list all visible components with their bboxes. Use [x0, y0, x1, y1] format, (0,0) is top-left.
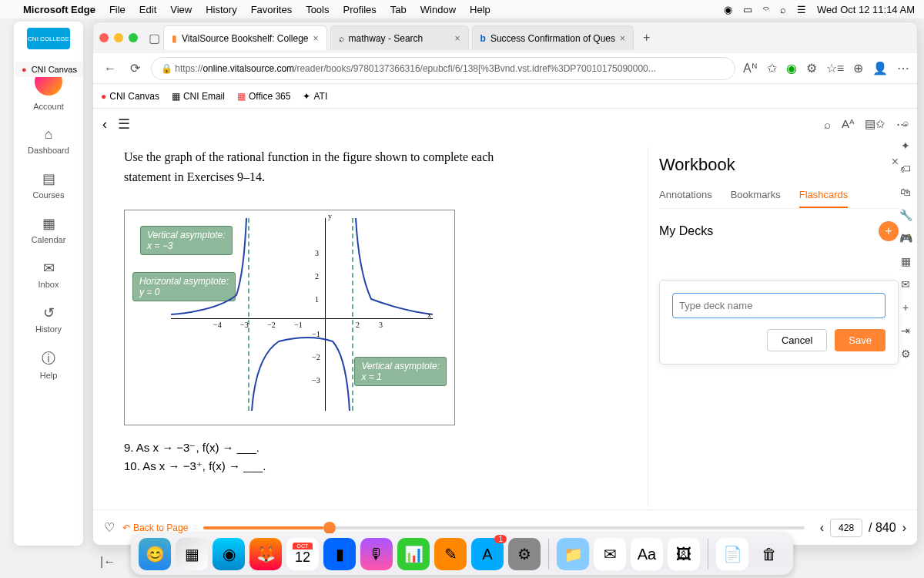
dictionary-icon[interactable]: Aa	[631, 538, 663, 570]
cancel-button[interactable]: Cancel	[767, 329, 827, 351]
close-window-icon[interactable]	[99, 33, 109, 42]
settings-dock-icon[interactable]: ⚙	[508, 538, 541, 570]
keynote-icon[interactable]: ▮	[323, 538, 356, 570]
address-bar[interactable]: 🔒 https://online.vitalsource.com/reader/…	[151, 57, 735, 80]
save-button[interactable]: Save	[835, 329, 886, 351]
menu-view[interactable]: View	[170, 4, 192, 15]
menu-tab[interactable]: Tab	[390, 4, 407, 15]
window-controls[interactable]	[99, 33, 138, 42]
tools-sidebar-icon[interactable]: 🔧	[899, 209, 912, 221]
control-center-icon[interactable]: ☰	[797, 4, 806, 15]
extensions-icon[interactable]: ⚙	[806, 61, 817, 76]
tag-sidebar-icon[interactable]: 🏷	[900, 163, 911, 175]
document-stack-icon[interactable]: 📄	[716, 538, 748, 570]
close-tab-icon[interactable]: ×	[455, 33, 460, 44]
launchpad-icon[interactable]: ▦	[176, 538, 208, 570]
page-number-input[interactable]: 428	[830, 519, 862, 537]
tab-annotations[interactable]: Annotations	[659, 189, 712, 208]
bookmark-cni-email[interactable]: ▦CNI Email	[172, 91, 225, 102]
close-tab-icon[interactable]: ×	[313, 33, 319, 44]
bookmark-reader-icon[interactable]: ▤✩	[865, 117, 886, 131]
games-sidebar-icon[interactable]: 🎮	[899, 232, 912, 244]
back-button[interactable]: ←	[101, 59, 119, 79]
preview-icon[interactable]: 🖼	[668, 538, 700, 570]
maximize-window-icon[interactable]	[129, 33, 138, 42]
read-aloud-icon[interactable]: Aᴺ	[743, 61, 758, 76]
close-tab-icon[interactable]: ×	[620, 33, 625, 44]
toc-menu-icon[interactable]: ☰	[118, 116, 130, 133]
bookmark-outline-icon[interactable]: ♡	[104, 520, 115, 535]
bookmark-ati[interactable]: ✦ATI	[303, 91, 327, 102]
menu-profiles[interactable]: Profiles	[343, 4, 377, 15]
office-sidebar-icon[interactable]: ▦	[901, 255, 911, 267]
minimize-window-icon[interactable]	[114, 33, 123, 42]
menu-help[interactable]: Help	[470, 4, 490, 15]
outlook-sidebar-icon[interactable]: ✉	[901, 278, 910, 291]
bookmark-office365[interactable]: ▦Office 365	[237, 91, 290, 102]
menubar-app[interactable]: Microsoft Edge	[23, 4, 95, 15]
tab-flashcards[interactable]: Flashcards	[799, 189, 849, 208]
search-sidebar-icon[interactable]: ⌕	[902, 116, 909, 129]
appstore-icon[interactable]: A1	[471, 538, 504, 570]
firefox-icon[interactable]: 🦊	[249, 538, 282, 570]
sidebar-toggle-icon[interactable]: ▢	[149, 31, 160, 45]
profile-icon[interactable]: 👤	[872, 61, 888, 76]
podcast-icon[interactable]: 🎙	[360, 538, 393, 570]
finder-icon[interactable]: 😊	[139, 538, 171, 570]
settings-sidebar-icon[interactable]: ⚙	[901, 348, 911, 360]
tab-mathway[interactable]: ⌕mathway - Search×	[330, 25, 469, 50]
edge-dock-icon[interactable]: ◉	[213, 538, 245, 570]
calendar-dock-icon[interactable]: OCT12	[286, 538, 319, 570]
grammarly-ext-icon[interactable]: ◉	[786, 61, 797, 76]
collections-icon[interactable]: ⊕	[853, 61, 863, 76]
sidebar-item-calendar[interactable]: ▦Calendar	[14, 207, 83, 252]
menu-favorites[interactable]: Favorites	[251, 4, 292, 15]
ai-sidebar-icon[interactable]: ✦	[901, 139, 910, 152]
pages-icon[interactable]: ✎	[434, 538, 467, 570]
menu-edit[interactable]: Edit	[139, 4, 156, 15]
downloads-folder-icon[interactable]: 📁	[557, 538, 589, 570]
wifi-icon[interactable]: ⌔	[763, 4, 769, 15]
refresh-button[interactable]: ⟳	[127, 58, 143, 79]
expand-sidebar-icon[interactable]: ⇥	[901, 324, 910, 337]
sidebar-item-inbox[interactable]: ✉Inbox	[14, 252, 83, 297]
sidebar-item-dashboard[interactable]: ⌂Dashboard	[14, 119, 83, 163]
prev-page-icon[interactable]: ‹	[820, 521, 824, 535]
trash-icon[interactable]: 🗑	[753, 538, 785, 570]
menu-window[interactable]: Window	[420, 4, 456, 15]
page-slider[interactable]	[203, 526, 804, 529]
back-chevron-icon[interactable]: ‹	[102, 116, 107, 133]
bookmark-cni-canvas[interactable]: ●CNI Canvas	[101, 91, 159, 102]
sidebar-item-courses[interactable]: ▤Courses	[14, 163, 83, 207]
menubar-datetime[interactable]: Wed Oct 12 11:14 AM	[817, 4, 915, 15]
tab-vitalsource[interactable]: ▮VitalSource Bookshelf: College×	[163, 25, 327, 50]
bookmarks-bar: ●CNI Canvas ▦CNI Email ▦Office 365 ✦ATI	[93, 84, 917, 109]
slider-thumb[interactable]	[323, 522, 336, 534]
numbers-icon[interactable]: 📊	[397, 538, 430, 570]
sidebar-item-help[interactable]: ⓘHelp	[14, 341, 83, 388]
collapse-nav-icon[interactable]: |←	[100, 555, 116, 569]
x-axis-label: x	[427, 311, 431, 319]
search-icon[interactable]: ⌕	[824, 118, 831, 131]
grammarly-icon[interactable]: ◉	[724, 4, 732, 15]
favorites-bar-icon[interactable]: ☆≡	[826, 61, 844, 76]
search-icon[interactable]: ⌕	[780, 4, 786, 15]
new-tab-button[interactable]: +	[637, 31, 656, 45]
battery-icon[interactable]: ▭	[743, 4, 752, 15]
next-page-icon[interactable]: ›	[902, 521, 906, 535]
back-to-page-button[interactable]: ↶Back to Page	[122, 523, 188, 533]
sidebar-item-history[interactable]: ↺History	[14, 297, 83, 341]
menu-history[interactable]: History	[206, 4, 236, 15]
shopping-sidebar-icon[interactable]: 🛍	[900, 186, 911, 198]
menu-file[interactable]: File	[109, 4, 126, 15]
plus-sidebar-icon[interactable]: +	[902, 301, 909, 314]
more-icon[interactable]: ⋯	[897, 61, 909, 76]
favorite-star-icon[interactable]: ✩	[767, 61, 777, 76]
menu-tools[interactable]: Tools	[306, 4, 329, 15]
cni-logo[interactable]: CNI COLLEGE	[27, 28, 70, 49]
text-size-icon[interactable]: Aᴬ	[842, 117, 854, 131]
deck-name-input[interactable]	[672, 293, 886, 318]
tab-success[interactable]: bSuccess Confirmation of Ques×	[472, 25, 634, 50]
mail-dock-icon[interactable]: ✉	[594, 538, 626, 570]
tab-bookmarks[interactable]: Bookmarks	[731, 189, 781, 208]
